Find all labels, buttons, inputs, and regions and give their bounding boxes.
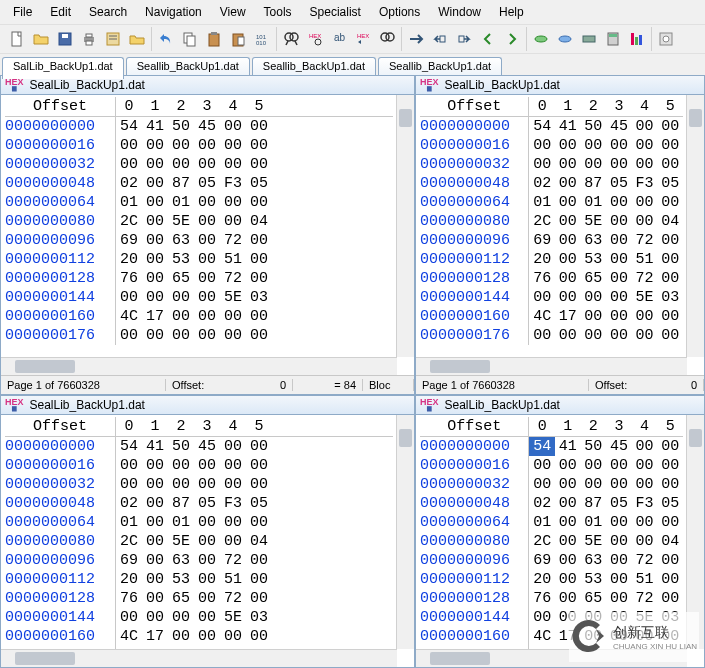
hex-byte[interactable]: 00 [606, 326, 632, 345]
hex-row[interactable]: 0000000000544150450000 [420, 437, 683, 456]
hex-row[interactable]: 000000004802008705F305 [5, 494, 393, 513]
hex-byte[interactable]: 87 [581, 494, 607, 513]
hex-byte[interactable]: 00 [555, 475, 581, 494]
hex-byte[interactable]: 02 [116, 174, 142, 193]
hex-byte[interactable]: 00 [246, 307, 272, 326]
hex-byte[interactable]: 50 [168, 117, 194, 136]
nav-back-icon[interactable] [477, 28, 499, 50]
hex-byte[interactable]: 00 [632, 307, 658, 326]
hex-byte[interactable]: 00 [168, 326, 194, 345]
hex-byte[interactable]: 05 [194, 494, 220, 513]
hex-byte[interactable]: 02 [529, 494, 555, 513]
hex-row[interactable]: 0000000112200053005100 [5, 250, 393, 269]
hex-byte[interactable]: 00 [194, 193, 220, 212]
hex-byte[interactable]: 05 [606, 494, 632, 513]
hex-view[interactable]: Offset0123450000000000544150450000000000… [416, 415, 687, 650]
hex-byte[interactable]: 41 [142, 117, 168, 136]
hex-byte[interactable]: 00 [606, 307, 632, 326]
hex-byte[interactable]: 00 [606, 250, 632, 269]
hex-byte[interactable]: 65 [168, 589, 194, 608]
hex-byte[interactable]: 00 [116, 326, 142, 345]
hex-row[interactable]: 0000000112200053005100 [420, 250, 683, 269]
hex-byte[interactable]: 01 [581, 513, 607, 532]
hex-byte[interactable]: 00 [657, 117, 683, 136]
hex-byte[interactable]: 00 [194, 475, 220, 494]
hex-byte[interactable]: 00 [168, 608, 194, 627]
hex-byte[interactable]: 2C [116, 532, 142, 551]
hex-byte[interactable]: 51 [220, 570, 246, 589]
hex-byte[interactable]: 00 [168, 456, 194, 475]
hex-byte[interactable]: 00 [194, 608, 220, 627]
hex-byte[interactable]: 00 [657, 456, 683, 475]
hex-byte[interactable]: 00 [606, 155, 632, 174]
hex-row[interactable]: 0000000064010001000000 [5, 193, 393, 212]
hex-byte[interactable]: 00 [606, 627, 632, 646]
hex-view[interactable]: Offset0123450000000000544150450000000000… [1, 95, 397, 349]
undo-icon[interactable] [155, 28, 177, 50]
hex-byte[interactable]: 00 [657, 155, 683, 174]
hex-byte[interactable]: 00 [657, 231, 683, 250]
hex-byte[interactable]: 05 [246, 174, 272, 193]
hex-byte[interactable]: 00 [116, 136, 142, 155]
hex-byte[interactable]: 65 [168, 269, 194, 288]
hex-byte[interactable]: 00 [194, 307, 220, 326]
hex-byte[interactable]: 2C [529, 212, 555, 231]
hex-byte[interactable]: 00 [581, 475, 607, 494]
hex-byte[interactable]: 17 [142, 307, 168, 326]
hex-byte[interactable]: 00 [246, 231, 272, 250]
hex-byte[interactable]: 00 [606, 231, 632, 250]
hex-byte[interactable]: 00 [194, 231, 220, 250]
hex-byte[interactable]: 03 [657, 608, 683, 627]
hex-byte[interactable]: 00 [142, 532, 168, 551]
hex-byte[interactable]: 00 [142, 231, 168, 250]
hex-byte[interactable]: 45 [194, 437, 220, 456]
hex-byte[interactable]: 00 [606, 532, 632, 551]
hex-byte[interactable]: 53 [581, 250, 607, 269]
hex-byte[interactable]: 00 [657, 513, 683, 532]
hex-byte[interactable]: 00 [581, 307, 607, 326]
hex-row[interactable]: 0000000144000000005E03 [5, 288, 393, 307]
hex-byte[interactable]: 00 [142, 494, 168, 513]
hex-byte[interactable]: 69 [116, 551, 142, 570]
hex-byte[interactable]: 00 [657, 437, 683, 456]
hex-byte[interactable]: 02 [529, 174, 555, 193]
hex-byte[interactable]: 00 [555, 136, 581, 155]
hex-row[interactable]: 0000000000544150450000 [5, 437, 393, 456]
hex-row[interactable]: 0000000144000000005E03 [420, 608, 683, 627]
menu-tools[interactable]: Tools [255, 3, 301, 21]
hex-byte[interactable]: 00 [246, 326, 272, 345]
hex-byte[interactable]: 65 [581, 269, 607, 288]
hex-byte[interactable]: 00 [116, 608, 142, 627]
hex-byte[interactable]: 00 [632, 437, 658, 456]
hex-byte[interactable]: 00 [194, 136, 220, 155]
hex-byte[interactable]: 00 [246, 627, 272, 646]
hex-byte[interactable]: 41 [555, 117, 581, 136]
hex-byte[interactable]: 00 [632, 627, 658, 646]
hex-byte[interactable]: 87 [168, 494, 194, 513]
hex-byte[interactable]: 00 [529, 456, 555, 475]
goto-back-icon[interactable] [429, 28, 451, 50]
hex-byte[interactable]: 72 [220, 551, 246, 570]
hex-byte[interactable]: 00 [246, 136, 272, 155]
hex-row[interactable]: 0000000016000000000000 [5, 136, 393, 155]
hex-row[interactable]: 0000000096690063007200 [420, 231, 683, 250]
menu-search[interactable]: Search [80, 3, 136, 21]
hex-byte[interactable]: 00 [657, 475, 683, 494]
hex-byte[interactable]: 72 [220, 231, 246, 250]
hex-byte[interactable]: 00 [246, 117, 272, 136]
hex-byte[interactable]: 5E [168, 532, 194, 551]
hex-byte[interactable]: 20 [116, 250, 142, 269]
hex-byte[interactable]: 00 [555, 288, 581, 307]
hex-byte[interactable]: 4C [529, 627, 555, 646]
hex-byte[interactable]: 04 [246, 212, 272, 231]
hex-byte[interactable]: 04 [657, 532, 683, 551]
hex-byte[interactable]: 00 [555, 326, 581, 345]
new-file-icon[interactable] [6, 28, 28, 50]
horizontal-scrollbar[interactable] [416, 649, 687, 667]
hex-byte[interactable]: 00 [142, 193, 168, 212]
hex-byte[interactable]: 00 [606, 288, 632, 307]
hex-byte[interactable]: 72 [632, 269, 658, 288]
hex-byte[interactable]: 00 [168, 475, 194, 494]
hex-byte[interactable]: 00 [246, 551, 272, 570]
disk-green-icon[interactable] [530, 28, 552, 50]
